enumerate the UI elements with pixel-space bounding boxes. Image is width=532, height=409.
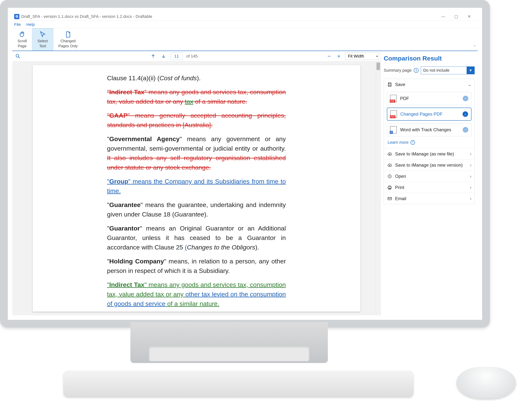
chevron-right-icon: › — [470, 151, 471, 157]
print-row[interactable]: Print › — [384, 182, 475, 193]
zoom-mode-select[interactable]: Fit Width — [345, 53, 379, 60]
app-icon: ⧉ — [14, 14, 19, 19]
window-maximize-button[interactable]: ▢ — [450, 12, 463, 21]
text-inserted: of a similar nature. — [165, 300, 219, 307]
cloud-upload-icon — [387, 151, 392, 157]
chevron-right-icon: › — [470, 196, 471, 201]
text-inserted: " — [107, 178, 109, 185]
text: Holding Company — [109, 258, 164, 265]
menubar: File Help — [12, 21, 478, 28]
monitor-stand — [130, 322, 328, 363]
text: Clause 11.4(a)(ii) ( — [107, 74, 160, 82]
text: ). — [204, 211, 208, 218]
print-icon — [387, 185, 392, 190]
arrow-right-icon: › — [463, 127, 468, 132]
text: " — [107, 201, 109, 208]
page-icon — [64, 31, 72, 38]
scrollbar-thumb[interactable] — [376, 63, 380, 70]
menu-help[interactable]: Help — [26, 22, 35, 27]
text-inserted: " — [107, 314, 109, 315]
document-toolbar: of 145 − + Fit Width — [12, 51, 380, 61]
learn-more-link[interactable]: Learn more ? — [387, 139, 471, 145]
page-number-input[interactable] — [171, 53, 182, 60]
text: " — [107, 225, 109, 232]
help-icon: ? — [410, 140, 415, 145]
text-inserted: Information Memorandum — [109, 314, 188, 315]
save-card: Save ⌄ PDF PDF › PDF — [384, 79, 475, 204]
save-icon — [387, 82, 392, 87]
text: Cost of funds — [160, 74, 197, 82]
document-viewport[interactable]: Clause 11.4(a)(ii) (Cost of funds). "Ind… — [12, 61, 380, 315]
zoom-in-button[interactable]: + — [335, 53, 342, 60]
text-inserted: ( — [185, 244, 187, 251]
tool-changed-pages-label1: Changed — [61, 39, 76, 43]
arrow-right-icon: › — [463, 111, 468, 117]
tool-select-text[interactable]: Select Text — [32, 28, 53, 50]
save-imanage-new-file[interactable]: Save to iManage (as new file) › — [384, 148, 475, 159]
text-inserted: " — [107, 281, 109, 288]
panel-title: Comparison Result — [384, 55, 475, 62]
text: ). — [197, 74, 201, 82]
email-row[interactable]: Email › — [384, 193, 475, 204]
document-page: Clause 11.4(a)(ii) (Cost of funds). "Ind… — [33, 65, 361, 312]
text-deleted: GAAP — [109, 112, 128, 119]
chevron-down-icon: ▾ — [467, 66, 475, 74]
toolbar-collapse-button[interactable]: ˄ — [474, 45, 476, 50]
text: Guarantor — [109, 225, 140, 232]
text-inserted: Group — [109, 178, 128, 185]
tool-changed-pages-only[interactable]: Changed Pages Only — [53, 28, 83, 50]
text: " — [107, 135, 109, 142]
text-deleted: Indirect Tax — [109, 88, 144, 95]
tool-changed-pages-label2: Pages Only — [58, 44, 78, 48]
summary-page-select[interactable]: Do not include ▾ — [421, 66, 475, 74]
save-imanage-new-version[interactable]: Save to iManage (as new version) › — [384, 159, 475, 170]
mouse — [456, 367, 516, 398]
text-deleted: tax — [185, 98, 193, 105]
zoom-out-button[interactable]: − — [326, 53, 332, 60]
chevron-right-icon: › — [470, 185, 471, 190]
info-icon[interactable]: i — [414, 68, 418, 73]
keyboard — [63, 371, 414, 397]
window-titlebar: ⧉ Draft_SFA - version 1.1.docx vs Draft_… — [12, 12, 478, 21]
text: " — [107, 258, 109, 265]
tool-scroll-page-label2: Page — [18, 44, 27, 48]
text-deleted: " means generally accepted accounting pr… — [107, 112, 286, 129]
save-word-track-changes-option[interactable]: W Word with Track Changes › — [387, 123, 471, 136]
save-word-track-changes-label: Word with Track Changes — [400, 127, 451, 132]
text-inserted: Indirect Tax — [109, 281, 144, 288]
chevron-right-icon: › — [470, 163, 471, 168]
tool-select-text-label2: Text — [39, 44, 46, 48]
prev-change-button[interactable] — [150, 53, 156, 60]
next-change-button[interactable] — [160, 53, 167, 60]
tool-scroll-page[interactable]: Scroll Page — [12, 28, 32, 50]
learn-more-label: Learn more — [388, 140, 409, 145]
window-close-button[interactable]: ✕ — [463, 12, 476, 21]
arrow-right-icon: › — [463, 96, 468, 101]
chevron-right-icon: › — [470, 174, 471, 179]
save-pdf-option[interactable]: PDF PDF › — [387, 92, 471, 105]
open-label: Open — [395, 174, 406, 179]
pdf-file-icon: PDF — [390, 110, 397, 118]
email-label: Email — [395, 196, 406, 201]
save-changed-pages-pdf-label: Changed Pages PDF — [400, 112, 443, 117]
save-imanage-new-version-label: Save to iManage (as new version) — [395, 163, 463, 168]
save-header[interactable]: Save ⌄ — [384, 79, 475, 90]
text: Governmental Agency — [109, 135, 180, 142]
vertical-scrollbar[interactable] — [376, 61, 380, 315]
open-row[interactable]: Open › — [384, 170, 475, 182]
svg-point-0 — [16, 54, 19, 57]
print-label: Print — [395, 185, 404, 190]
text-deleted: " — [107, 88, 109, 95]
tool-select-text-label1: Select — [38, 39, 48, 43]
window-title: Draft_SFA - version 1.1.docx vs Draft_SF… — [21, 14, 152, 19]
chevron-down-icon: ⌄ — [468, 82, 471, 87]
text: Guarantee — [174, 211, 204, 218]
menu-file[interactable]: File — [14, 22, 21, 27]
search-icon[interactable] — [14, 53, 22, 60]
word-file-icon: W — [390, 126, 397, 133]
open-icon — [387, 174, 392, 179]
save-changed-pages-pdf-option[interactable]: PDF Changed Pages PDF › — [387, 108, 471, 121]
text: Guarantee — [109, 201, 141, 208]
window-minimize-button[interactable]: — — [437, 12, 450, 21]
text-deleted: It also includes any self regulatory org… — [107, 154, 286, 171]
